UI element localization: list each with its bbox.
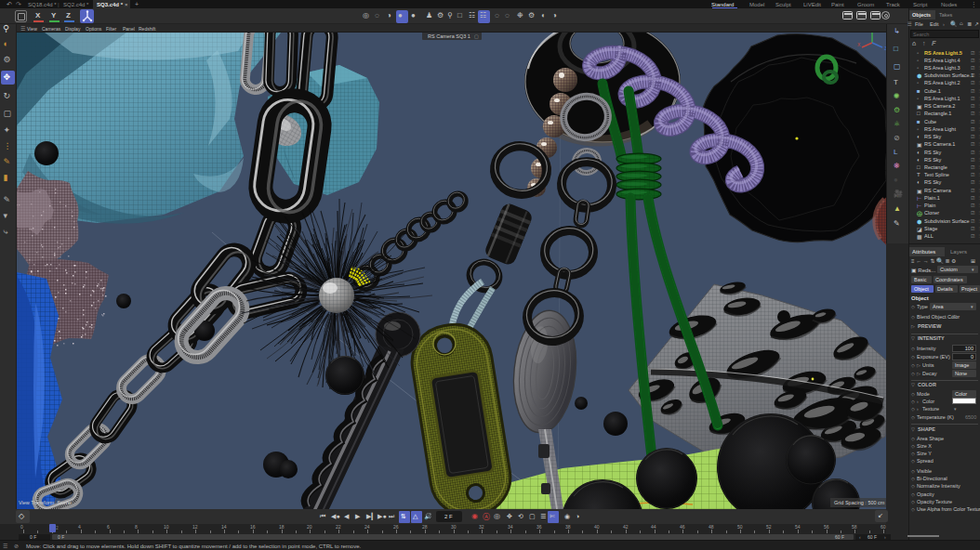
svg-text:▢: ▢ [474,33,479,39]
svg-text:Grid Spacing : 500 cm: Grid Spacing : 500 cm [834,500,885,505]
svg-text:View Transform: Scene: View Transform: Scene [19,500,72,505]
svg-text:RS Camera SQ3 1: RS Camera SQ3 1 [428,33,470,39]
